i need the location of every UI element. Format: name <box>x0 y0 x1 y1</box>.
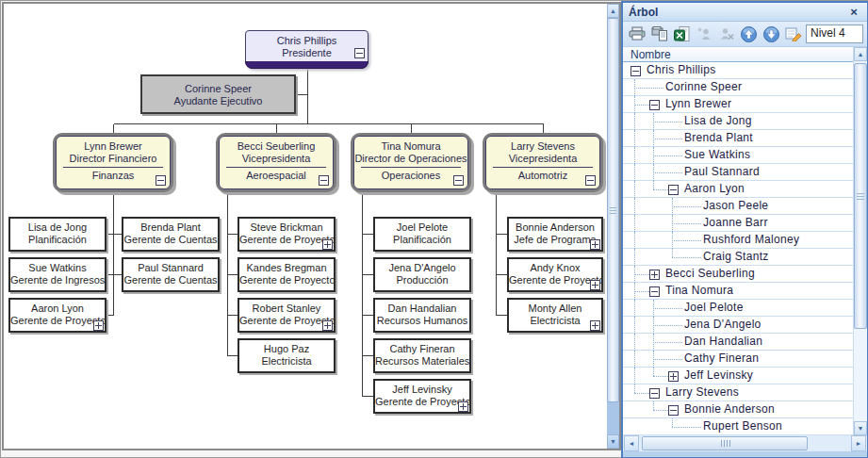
tree-row[interactable]: Becci Seuberling <box>623 266 867 283</box>
canvas-vertical-scrollbar[interactable]: ▲ ▼ <box>607 4 619 449</box>
org-node-employee[interactable]: Kandes BregmanGerente de Proyecto <box>237 257 336 292</box>
collapse-icon[interactable] <box>649 286 660 297</box>
org-node-employee[interactable]: Bonnie AndersonJefe de Programa <box>507 217 603 252</box>
org-node-text: Gerente de Proyecto <box>239 274 334 286</box>
canvas-scrollbar-thumb[interactable] <box>607 18 619 402</box>
tree-row[interactable]: Paul Stannard <box>623 164 867 181</box>
tree-connector-line <box>653 122 682 123</box>
scroll-left-icon[interactable]: ◄ <box>624 435 639 451</box>
org-node-employee[interactable]: Steve BrickmanGerente de Proyecto <box>237 217 336 252</box>
delete-position-icon[interactable] <box>716 25 737 44</box>
tree-row[interactable]: Jena D'Angelo <box>623 317 867 334</box>
tree-row[interactable]: Joel Pelote <box>623 300 867 317</box>
org-node-manager[interactable]: Becci SeuberlingVicepresidentaAeroespaci… <box>216 133 336 192</box>
collapse-icon[interactable] <box>649 100 660 110</box>
collapse-icon[interactable] <box>631 66 641 76</box>
scroll-down-icon[interactable]: ▼ <box>854 421 867 435</box>
collapse-icon[interactable] <box>668 185 679 195</box>
tree-row[interactable]: Brenda Plant <box>623 130 867 147</box>
org-node-manager[interactable]: Lynn BrewerDirector FinancieroFinanzas <box>53 133 173 192</box>
collapse-icon[interactable] <box>668 405 679 416</box>
tree-connector-line <box>634 291 649 292</box>
org-node-employee[interactable]: Sue WatkinsGerente de Ingresos <box>8 257 106 292</box>
org-node-employee[interactable]: Cathy FineranRecursos Materiales <box>373 338 471 373</box>
level-input[interactable]: Nivel 4 <box>806 25 863 43</box>
expand-icon[interactable] <box>322 320 333 331</box>
org-node-manager[interactable]: Tina NomuraDirector de OperacionesOperac… <box>351 133 471 192</box>
tree-row[interactable]: Chris Phillips <box>623 62 867 79</box>
org-node-assistant[interactable]: Corinne SpeerAyudante Ejecutivo <box>140 74 296 114</box>
edit-levels-icon[interactable] <box>783 25 804 44</box>
collapse-icon[interactable] <box>354 48 365 58</box>
tree-row[interactable]: Aaron Lyon <box>623 181 867 198</box>
scroll-right-icon[interactable]: ► <box>851 435 866 451</box>
tree-row[interactable]: Rushford Maloney <box>623 232 867 249</box>
org-node-employee[interactable]: Brenda PlantGerente de Cuentas <box>122 217 220 252</box>
tree-connector-line <box>653 376 668 377</box>
tree-scrollbar-thumb[interactable] <box>854 63 867 329</box>
expand-icon[interactable] <box>668 371 679 382</box>
export-excel-icon[interactable] <box>672 25 693 44</box>
org-node-employee[interactable]: Hugo PazElectricista <box>237 338 336 373</box>
print-icon[interactable] <box>627 25 647 44</box>
org-node-employee[interactable]: Jeff LevinskyGerente de Proyecto <box>373 379 471 414</box>
collapse-icon[interactable] <box>319 175 329 186</box>
org-node-employee[interactable]: Andy KnoxGerente de Proyecto <box>507 257 603 292</box>
expand-icon[interactable] <box>590 320 600 331</box>
tree-connector-line <box>634 113 635 130</box>
tree-row[interactable]: Jason Peele <box>623 198 867 215</box>
org-node-employee[interactable]: Aaron LyonGerente de Proyecto <box>8 298 106 333</box>
tree-row[interactable]: Sue Watkins <box>623 147 867 164</box>
tree-column-header[interactable]: Nombre <box>623 47 867 62</box>
tree-connector-line <box>634 88 663 89</box>
org-node-text: Monty Allen <box>509 303 601 315</box>
org-node-employee[interactable]: Dan HandalianRecursos Humanos <box>373 298 471 333</box>
tree-row[interactable]: Craig Stantz <box>623 249 867 266</box>
tree-row[interactable]: Corinne Speer <box>623 79 867 96</box>
expand-icon[interactable] <box>590 280 600 290</box>
org-node-employee[interactable]: Lisa de JongPlanificación <box>8 217 106 252</box>
collapse-icon[interactable] <box>453 175 464 186</box>
move-down-icon[interactable] <box>762 25 782 44</box>
tree-vertical-scrollbar[interactable]: ▲ ▼ <box>853 47 867 435</box>
close-icon[interactable]: × <box>846 5 861 19</box>
tree-connector-line <box>634 105 649 106</box>
tree-connector-line <box>634 317 635 334</box>
tree-row[interactable]: Tina Nomura <box>623 283 867 300</box>
org-node-text: Director de Operaciones <box>354 153 467 165</box>
tree-row[interactable]: Bonnie Anderson <box>623 401 867 418</box>
collapse-icon[interactable] <box>649 388 660 399</box>
tree-row[interactable]: Rupert Benson <box>623 418 867 435</box>
manager-box-inner: Becci SeuberlingVicepresidentaAeroespaci… <box>219 136 334 189</box>
tree-horizontal-scrollbar[interactable]: ◄ ► <box>623 435 867 451</box>
expand-icon[interactable] <box>322 239 333 250</box>
add-position-icon[interactable] <box>694 25 714 44</box>
scroll-up-icon[interactable]: ▲ <box>854 47 867 61</box>
tree-row[interactable]: Dan Handalian <box>623 334 867 351</box>
tree-row-label: Larry Stevens <box>665 385 739 399</box>
tree-row[interactable]: Lynn Brewer <box>623 96 867 113</box>
collapse-icon[interactable] <box>585 175 596 186</box>
collapse-icon[interactable] <box>156 175 166 186</box>
org-node-president[interactable]: Chris PhillipsPresidente <box>245 30 368 69</box>
tree-row[interactable]: Cathy Fineran <box>623 351 867 368</box>
org-node-employee[interactable]: Monty AllenElectricista <box>507 298 603 333</box>
expand-icon[interactable] <box>458 401 468 412</box>
scroll-up-icon[interactable]: ▲ <box>607 4 619 18</box>
expand-icon[interactable] <box>590 239 600 250</box>
org-node-manager[interactable]: Larry StevensVicepresidentaAutomotriz <box>483 133 603 192</box>
expand-icon[interactable] <box>649 270 660 280</box>
scroll-down-icon[interactable]: ▼ <box>607 434 619 449</box>
tree-row[interactable]: Joanne Barr <box>623 215 867 232</box>
org-node-employee[interactable]: Robert StanleyGerente de Proyecto <box>237 298 336 333</box>
org-node-employee[interactable]: Joel PelotePlanificación <box>373 217 471 252</box>
print-preview-icon[interactable] <box>649 25 670 44</box>
tree-row[interactable]: Larry Stevens <box>623 384 867 401</box>
org-node-employee[interactable]: Paul StannardGerente de Cuentas <box>122 257 220 292</box>
expand-icon[interactable] <box>93 320 104 331</box>
org-node-employee[interactable]: Jena D'AngeloProducción <box>373 257 471 292</box>
tree-row[interactable]: Jeff Levinsky <box>623 368 867 384</box>
move-up-icon[interactable] <box>739 25 760 44</box>
tree-row[interactable]: Lisa de Jong <box>623 113 867 130</box>
tree-hscrollbar-thumb[interactable] <box>642 436 808 450</box>
